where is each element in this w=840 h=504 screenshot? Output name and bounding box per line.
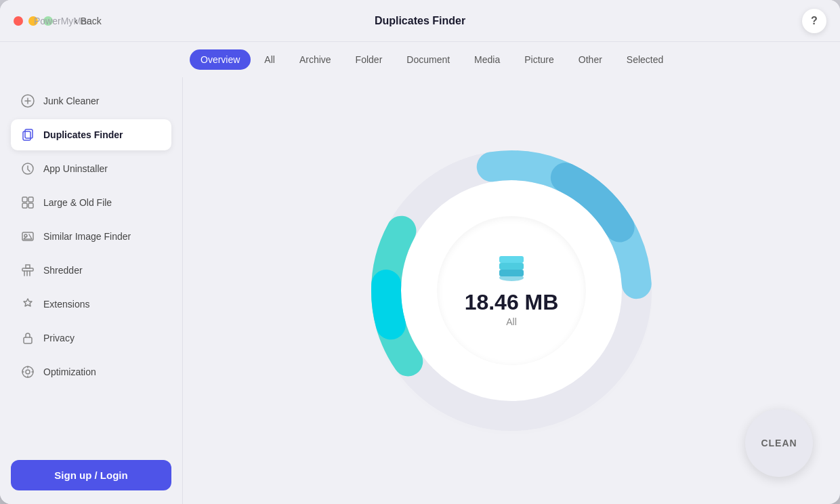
app-window: PowerMyMac ‹ Back Duplicates Finder ? Ov… (0, 0, 840, 504)
tab-other[interactable]: Other (568, 49, 613, 70)
svg-rect-5 (28, 197, 33, 202)
sidebar-label-similar-image-finder: Similar Image Finder (43, 231, 131, 242)
tab-archive[interactable]: Archive (289, 49, 342, 70)
svg-rect-24 (499, 256, 524, 263)
chart-container: 18.46 MB All (349, 128, 674, 453)
svg-rect-4 (22, 197, 27, 202)
help-icon: ? (811, 15, 818, 27)
back-label: Back (81, 16, 102, 26)
svg-rect-23 (499, 263, 524, 270)
optimization-icon (20, 364, 35, 379)
close-button[interactable] (14, 16, 23, 26)
sidebar-item-duplicates-finder[interactable]: Duplicates Finder (11, 119, 171, 150)
large-old-file-icon (20, 195, 35, 210)
sidebar-label-app-uninstaller: App Uninstaller (43, 163, 108, 174)
sidebar-label-extensions: Extensions (43, 299, 89, 310)
sidebar-label-optimization: Optimization (43, 366, 96, 377)
tab-folder[interactable]: Folder (345, 49, 394, 70)
clean-button[interactable]: CLEAN (745, 409, 813, 477)
sidebar-item-shredder[interactable]: Shredder (11, 255, 171, 286)
sidebar-item-privacy[interactable]: Privacy (11, 322, 171, 354)
sidebar: Junk Cleaner Duplicates Finder (0, 77, 183, 504)
sidebar-item-similar-image-finder[interactable]: Similar Image Finder (11, 221, 171, 252)
extensions-icon (20, 297, 35, 312)
back-button[interactable]: ‹ Back (75, 16, 102, 26)
main-content: Junk Cleaner Duplicates Finder (0, 77, 840, 504)
right-panel: 18.46 MB All CLEAN (183, 77, 840, 504)
sidebar-item-extensions[interactable]: Extensions (11, 289, 171, 320)
sidebar-item-app-uninstaller[interactable]: App Uninstaller (11, 153, 171, 184)
privacy-icon (20, 331, 35, 345)
layers-icon (495, 255, 528, 285)
svg-rect-2 (25, 129, 33, 138)
sidebar-item-optimization[interactable]: Optimization (11, 356, 171, 387)
tab-media[interactable]: Media (463, 49, 511, 70)
svg-rect-22 (499, 270, 524, 276)
sidebar-label-privacy: Privacy (43, 333, 75, 343)
titlebar: PowerMyMac ‹ Back Duplicates Finder ? (0, 0, 840, 42)
tab-document[interactable]: Document (396, 49, 461, 70)
junk-cleaner-icon (20, 93, 35, 108)
signup-button[interactable]: Sign up / Login (11, 460, 171, 490)
duplicates-finder-icon (20, 127, 35, 142)
sidebar-label-duplicates-finder: Duplicates Finder (43, 129, 123, 140)
chart-center: 18.46 MB All (437, 216, 586, 365)
window-title: Duplicates Finder (375, 15, 465, 27)
tab-all[interactable]: All (253, 49, 286, 70)
chart-value: 18.46 MB (465, 290, 559, 315)
svg-rect-1 (23, 131, 30, 140)
sidebar-label-shredder: Shredder (43, 265, 83, 276)
shredder-icon (20, 263, 35, 278)
sidebar-label-large-old-file: Large & Old File (43, 197, 112, 208)
svg-rect-11 (24, 337, 32, 343)
tab-selected[interactable]: Selected (616, 49, 674, 70)
sidebar-item-large-old-file[interactable]: Large & Old File (11, 187, 171, 218)
tab-overview[interactable]: Overview (190, 49, 251, 70)
svg-rect-6 (22, 203, 27, 208)
tabs-row: Overview All Archive Folder Document Med… (0, 42, 840, 77)
chart-label: All (506, 316, 517, 327)
back-chevron-icon: ‹ (75, 16, 78, 26)
svg-rect-7 (28, 203, 33, 208)
svg-point-13 (26, 370, 30, 374)
app-uninstaller-icon (20, 161, 35, 176)
similar-image-finder-icon (20, 229, 35, 244)
tab-picture[interactable]: Picture (513, 49, 565, 70)
sidebar-label-junk-cleaner: Junk Cleaner (43, 96, 100, 106)
sidebar-item-junk-cleaner[interactable]: Junk Cleaner (11, 85, 171, 117)
help-button[interactable]: ? (802, 9, 826, 33)
